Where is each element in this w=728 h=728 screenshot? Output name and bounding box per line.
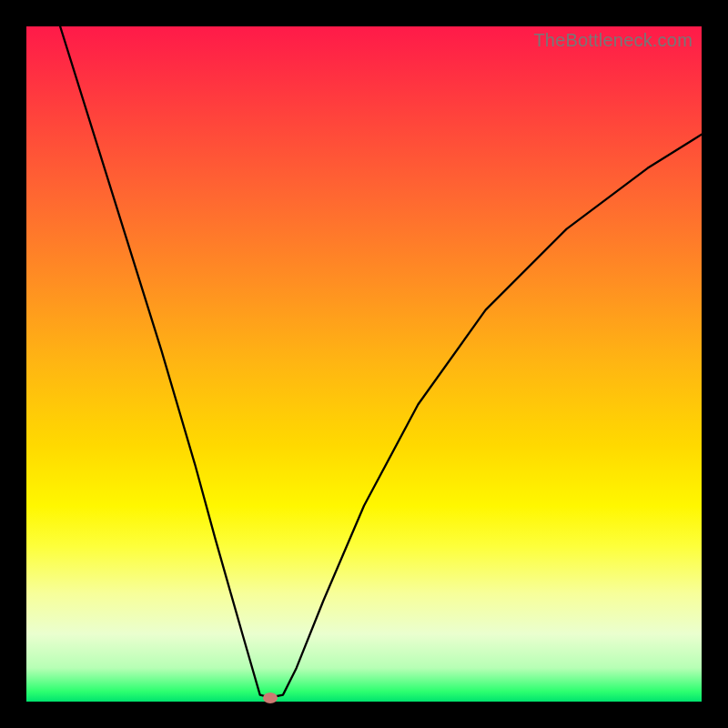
chart-frame: TheBottleneck.com bbox=[0, 0, 728, 728]
plot-area: TheBottleneck.com bbox=[26, 26, 702, 702]
curve-path bbox=[60, 26, 702, 698]
bottleneck-curve bbox=[26, 26, 702, 702]
watermark-text: TheBottleneck.com bbox=[533, 30, 693, 51]
optimal-point-marker bbox=[263, 693, 278, 703]
